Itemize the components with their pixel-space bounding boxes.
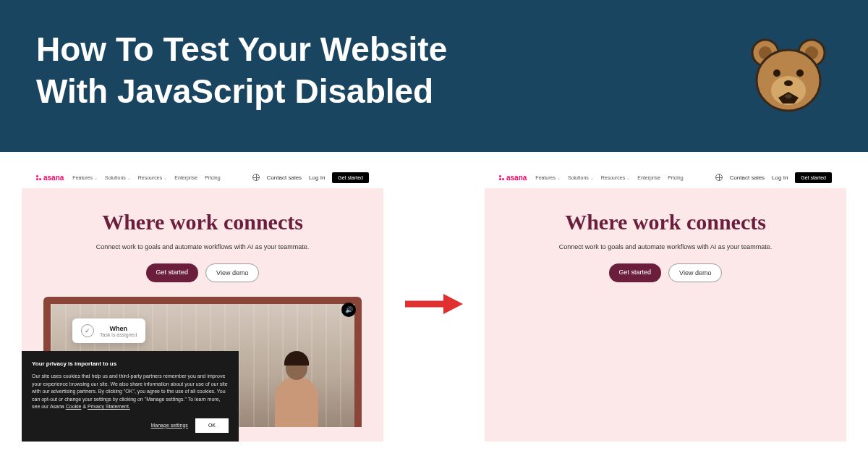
- globe-icon[interactable]: [715, 174, 723, 181]
- get-started-nav-button[interactable]: Get started: [332, 172, 369, 183]
- view-demo-button[interactable]: View demo: [668, 263, 722, 282]
- brand-logo[interactable]: asana: [36, 174, 64, 182]
- bear-logo-icon: [745, 33, 832, 119]
- nav-enterprise[interactable]: Enterprise: [174, 175, 197, 180]
- check-circle-icon: ✓: [81, 324, 94, 337]
- nav-links: Features⌄ Solutions⌄ Resources⌄ Enterpri…: [535, 175, 683, 180]
- manage-settings-button[interactable]: Manage settings: [151, 422, 188, 430]
- page-header: How To Test Your Website With JavaScript…: [0, 0, 868, 152]
- login-link[interactable]: Log In: [772, 174, 788, 181]
- nav-pricing[interactable]: Pricing: [205, 175, 220, 180]
- view-demo-button[interactable]: View demo: [205, 263, 259, 282]
- logo-icon: [36, 175, 41, 180]
- contact-link[interactable]: Contact sales: [730, 174, 765, 181]
- nav-pricing[interactable]: Pricing: [668, 175, 683, 180]
- contact-link[interactable]: Contact sales: [267, 174, 302, 181]
- hero-headline: Where work connects: [36, 210, 369, 235]
- chevron-down-icon: ⌄: [94, 175, 98, 180]
- nav-features[interactable]: Features⌄: [535, 175, 561, 180]
- nav-solutions[interactable]: Solutions⌄: [105, 175, 131, 180]
- cookie-title: Your privacy is important to us: [32, 360, 229, 368]
- nav-enterprise[interactable]: Enterprise: [637, 175, 660, 180]
- hero-headline: Where work connects: [499, 210, 832, 235]
- svg-point-9: [785, 94, 792, 98]
- privacy-link[interactable]: Privacy Statement.: [88, 404, 130, 409]
- chevron-down-icon: ⌄: [163, 175, 167, 180]
- page-title: How To Test Your Website With JavaScript…: [36, 29, 447, 112]
- nav-solutions[interactable]: Solutions⌄: [568, 175, 594, 180]
- nav-links: Features⌄ Solutions⌄ Resources⌄ Enterpri…: [72, 175, 220, 180]
- workflow-popup: ✓ When Task is assigned: [72, 318, 145, 343]
- site-nav: asana Features⌄ Solutions⌄ Resources⌄ En…: [485, 166, 846, 188]
- login-link[interactable]: Log In: [309, 174, 325, 181]
- chevron-down-icon: ⌄: [127, 175, 131, 180]
- chevron-down-icon: ⌄: [626, 175, 630, 180]
- chevron-down-icon: ⌄: [590, 175, 594, 180]
- hero-subhead: Connect work to goals and automate workf…: [36, 243, 369, 250]
- logo-icon: [499, 175, 504, 180]
- comparison-container: asana Features⌄ Solutions⌄ Resources⌄ En…: [0, 152, 868, 456]
- get-started-button[interactable]: Get started: [609, 263, 662, 282]
- svg-point-6: [773, 69, 780, 77]
- person-illustration: [260, 340, 333, 427]
- svg-point-8: [784, 80, 793, 86]
- hero-subhead: Connect work to goals and automate workf…: [499, 243, 832, 250]
- get-started-button[interactable]: Get started: [146, 263, 199, 282]
- cookie-banner: Your privacy is important to us Our site…: [22, 351, 239, 442]
- arrow-icon: [398, 290, 470, 318]
- get-started-nav-button[interactable]: Get started: [795, 172, 832, 183]
- sound-icon[interactable]: 🔊: [341, 303, 356, 317]
- globe-icon[interactable]: [252, 174, 260, 181]
- nav-resources[interactable]: Resources⌄: [138, 175, 167, 180]
- ok-button[interactable]: OK: [195, 418, 229, 434]
- svg-point-7: [796, 69, 804, 77]
- nav-resources[interactable]: Resources⌄: [601, 175, 630, 180]
- chevron-down-icon: ⌄: [557, 175, 561, 180]
- site-nav: asana Features⌄ Solutions⌄ Resources⌄ En…: [22, 166, 383, 188]
- cookie-link[interactable]: Cookie: [66, 404, 82, 409]
- nav-features[interactable]: Features⌄: [72, 175, 98, 180]
- cookie-body: Our site uses cookies that help us and t…: [32, 373, 229, 411]
- hero-section: Where work connects Connect work to goal…: [485, 188, 846, 442]
- panel-js-enabled: asana Features⌄ Solutions⌄ Resources⌄ En…: [22, 166, 383, 442]
- brand-logo[interactable]: asana: [499, 174, 527, 182]
- panel-js-disabled: asana Features⌄ Solutions⌄ Resources⌄ En…: [485, 166, 846, 442]
